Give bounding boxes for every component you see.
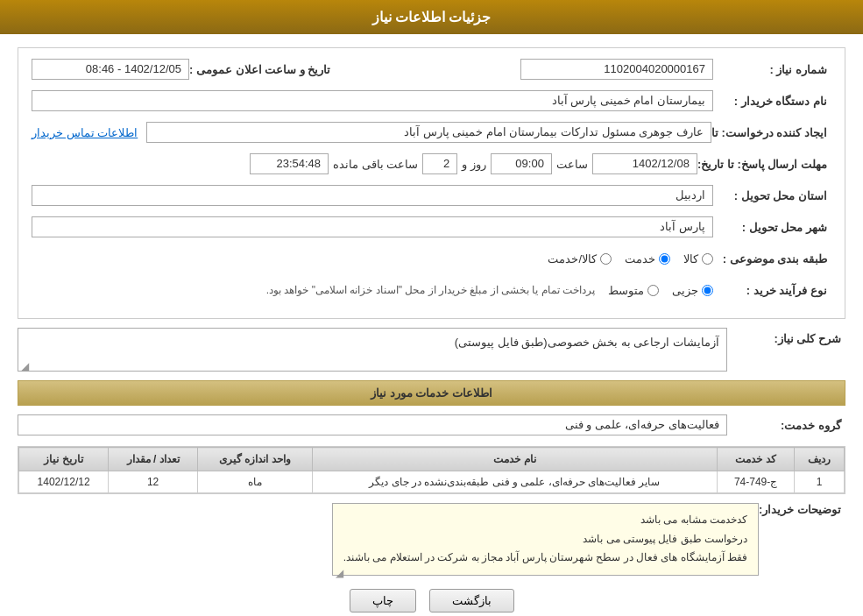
group-value: فعالیت‌های حرفه‌ای، علمی و فنی (18, 414, 727, 435)
radio-kala-khedmat[interactable]: کالا/خدمت (548, 252, 612, 266)
process-note: پرداخت تمام یا بخشی از مبلغ خریدار از مح… (266, 284, 595, 296)
shahr-label: شهر محل تحویل : (713, 221, 827, 234)
namDastgah-label: نام دستگاه خریدار : (713, 95, 827, 108)
cell-kod: ج-749-74 (718, 471, 795, 493)
cell-unit: ماه (198, 471, 313, 493)
button-row: بازگشت چاپ (18, 589, 845, 612)
col-radif: ردیف (795, 448, 845, 471)
announce-label: تاریخ و ساعت اعلان عمومی : (189, 63, 330, 76)
page-title: جزئیات اطلاعات نیاز (0, 0, 863, 34)
radio-mottaset-input[interactable] (647, 285, 659, 296)
print-button[interactable]: چاپ (350, 589, 416, 612)
sharh-box: آزمایشات ارجاعی به بخش خصوصی(طبق فایل پی… (18, 328, 727, 372)
radio-jozvi-label: جزیی (672, 284, 698, 297)
announce-value: 1402/12/05 - 08:46 (32, 59, 189, 80)
radio-mottaset-label: متوسط (608, 284, 644, 297)
back-button[interactable]: بازگشت (429, 589, 514, 612)
remaining-value: 23:54:48 (250, 153, 329, 174)
radio-kala-khedmat-label: کالا/خدمت (548, 252, 597, 266)
notes-label: توضیحات خریدار: (759, 503, 841, 516)
notes-resize-handle[interactable]: ◢ (335, 564, 343, 573)
contact-link[interactable]: اطلاعات تماس خریدار (32, 126, 138, 139)
shahr-value: پارس آباد (32, 216, 713, 237)
day-label: روز و (462, 158, 486, 171)
time-label: ساعت (556, 158, 588, 171)
radio-kala-input[interactable] (702, 253, 713, 265)
radio-kala-label: کالا (683, 252, 698, 266)
radio-khedmat[interactable]: خدمت (625, 252, 670, 266)
services-title: اطلاعات خدمات مورد نیاز (18, 380, 845, 406)
creator-label: ایجاد کننده درخواست: تا (711, 126, 827, 139)
namDastgah-value: بیمارستان امام خمینی پارس آباد (32, 90, 713, 111)
cell-radif: 1 (795, 471, 845, 493)
radio-jozvi-input[interactable] (702, 285, 713, 296)
services-table: ردیف کد خدمت نام خدمت واحد اندازه گیری ت… (18, 446, 845, 494)
radio-kala[interactable]: کالا (683, 252, 713, 266)
col-kod: کد خدمت (718, 448, 795, 471)
ostan-label: استان محل تحویل : (713, 189, 827, 202)
deadline-label: مهلت ارسال پاسخ: تا تاریخ: (697, 158, 827, 171)
day-value: 2 (422, 153, 457, 174)
cell-date: 1402/12/12 (19, 471, 109, 493)
date-value: 1402/12/08 (592, 153, 697, 174)
shomareNiaz-label: شماره نیاز : (713, 63, 827, 76)
table-row: 1 ج-749-74 سایر فعالیت‌های حرفه‌ای، علمی… (19, 471, 845, 493)
group-label: گروه خدمت: (727, 419, 841, 432)
notes-line: فقط آزمایشگاه های فعال در سطح شهرستان پا… (343, 549, 747, 568)
process-radios: جزیی متوسط (608, 284, 713, 297)
classification-label: طبقه بندی موضوعی : (713, 252, 827, 266)
col-quantity: تعداد / مقدار (109, 448, 198, 471)
time-value: 09:00 (491, 153, 552, 174)
ostan-value: اردبیل (32, 185, 713, 206)
radio-jozvi[interactable]: جزیی (672, 284, 713, 297)
radio-khedmat-label: خدمت (625, 252, 655, 266)
notes-line: کدخدمت مشابه می باشد (343, 511, 747, 530)
resize-handle[interactable]: ◢ (20, 360, 29, 369)
remaining-label: ساعت باقی مانده (333, 158, 418, 171)
sharh-label: شرح کلی نیاز: (727, 332, 841, 345)
col-name: نام خدمت (312, 448, 717, 471)
sharh-value: آزمایشات ارجاعی به بخش خصوصی(طبق فایل پی… (455, 336, 719, 349)
cell-name: سایر فعالیت‌های حرفه‌ای، علمی و فنی طبقه… (312, 471, 717, 493)
radio-mottaset[interactable]: متوسط (608, 284, 659, 297)
process-label: نوع فرآیند خرید : (713, 284, 827, 297)
col-date: تاریخ نیاز (19, 448, 109, 471)
notes-box: کدخدمت مشابه می باشددرخواست طبق فایل پیو… (332, 503, 759, 576)
creator-value: عارف جوهری مسئول تدارکات بیمارستان امام … (146, 122, 711, 143)
cell-quantity: 12 (109, 471, 198, 493)
col-unit: واحد اندازه گیری (198, 448, 313, 471)
shomareNiaz-value: 1102004020000167 (520, 59, 713, 80)
notes-line: درخواست طبق فایل پیوستی می باشد (343, 530, 747, 549)
radio-kala-khedmat-input[interactable] (600, 253, 612, 265)
classification-radios: کالا خدمت کالا/خدمت (548, 252, 713, 266)
radio-khedmat-input[interactable] (659, 253, 670, 265)
